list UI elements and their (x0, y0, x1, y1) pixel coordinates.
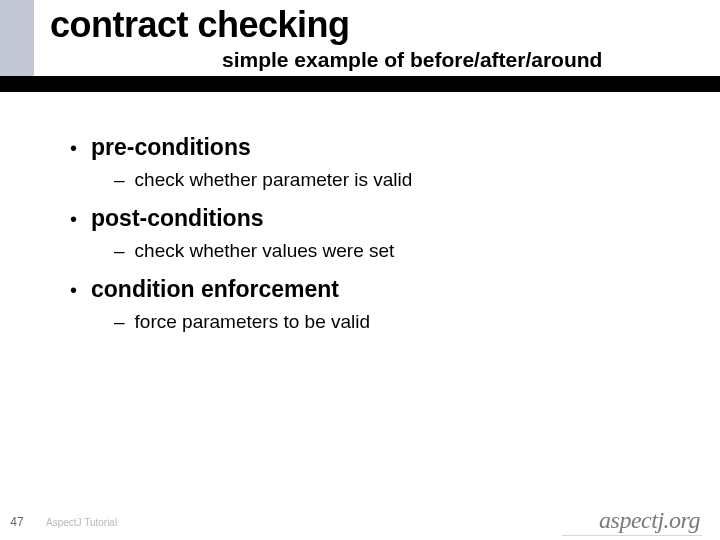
bullet-main-text: condition enforcement (91, 276, 339, 303)
slide-footer: 47 AspectJ Tutorial aspectj.org (0, 504, 720, 540)
logo-text: aspectj (599, 507, 663, 534)
logo-suffix: .org (664, 507, 700, 534)
bullet-dot-icon: • (70, 209, 77, 229)
logo-underline (562, 535, 702, 536)
bullet-sub-text: force parameters to be valid (135, 311, 371, 333)
slide-title: contract checking (50, 4, 350, 46)
bullet-dash-icon: – (114, 240, 125, 262)
slide-subtitle: simple example of before/after/around (222, 48, 602, 72)
slide-header: contract checking simple example of befo… (0, 0, 720, 92)
bullet-dot-icon: • (70, 280, 77, 300)
bullet-item: • post-conditions (70, 205, 680, 232)
bullet-item: • pre-conditions (70, 134, 680, 161)
bullet-main-text: post-conditions (91, 205, 263, 232)
bullet-dash-icon: – (114, 311, 125, 333)
footer-label: AspectJ Tutorial (46, 517, 117, 528)
slide-number-box: 47 (0, 512, 34, 530)
bullet-sub-item: – check whether values were set (114, 240, 680, 262)
bullet-sub-text: check whether values were set (135, 240, 395, 262)
slide-number: 47 (10, 515, 23, 529)
bullet-item: • condition enforcement (70, 276, 680, 303)
slide-content: • pre-conditions – check whether paramet… (70, 128, 680, 347)
header-black-bar (0, 76, 720, 92)
bullet-dot-icon: • (70, 138, 77, 158)
logo: aspectj.org (599, 507, 700, 534)
bullet-sub-text: check whether parameter is valid (135, 169, 413, 191)
bullet-main-text: pre-conditions (91, 134, 251, 161)
bullet-sub-item: – force parameters to be valid (114, 311, 680, 333)
bullet-sub-item: – check whether parameter is valid (114, 169, 680, 191)
slide: contract checking simple example of befo… (0, 0, 720, 540)
bullet-dash-icon: – (114, 169, 125, 191)
